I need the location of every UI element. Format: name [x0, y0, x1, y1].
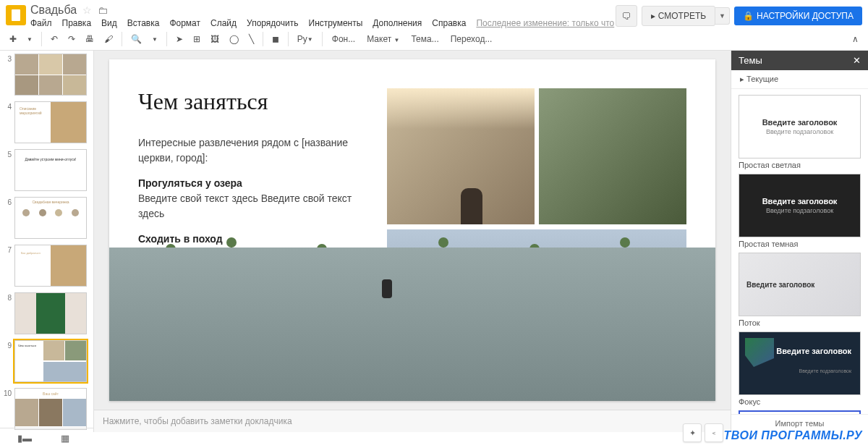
slide-image-3[interactable]: [387, 229, 686, 371]
thumb-number: 10: [3, 388, 12, 397]
theme-button[interactable]: Тема...: [407, 31, 443, 47]
menu-help[interactable]: Справка: [432, 18, 466, 28]
slide-intro: Интересные развлечения рядом с [название…: [138, 135, 380, 166]
zoom-dropdown[interactable]: ▼: [148, 33, 161, 46]
transition-button[interactable]: Переход...: [446, 31, 497, 47]
themes-section-label: ▸ Текущие: [731, 70, 868, 89]
folder-icon[interactable]: 🗀: [98, 4, 108, 16]
lang-button[interactable]: Ру ▼: [294, 31, 317, 47]
textbox-tool[interactable]: ⊞: [190, 31, 204, 47]
layout-button[interactable]: Макет ▼: [362, 31, 404, 47]
redo-button[interactable]: ↷: [64, 31, 79, 47]
explore-button[interactable]: ✦: [683, 423, 702, 442]
new-slide-dropdown[interactable]: ▼: [23, 33, 36, 46]
watermark: ТВОИ ПРОГРАММЫ.РУ: [724, 429, 863, 442]
themes-panel: Темы ✕ ▸ Текущие Введите заголовокВведит…: [731, 51, 868, 432]
slide-image-1[interactable]: [387, 88, 535, 224]
present-dropdown[interactable]: ▼: [715, 7, 730, 25]
menu-insert[interactable]: Вставка: [127, 18, 160, 28]
slide-image-2[interactable]: [539, 88, 686, 224]
slide-thumb-3[interactable]: [14, 54, 87, 96]
section-1-text: Введите свой текст здесь Введите свой те…: [138, 193, 352, 219]
thumb-number: 8: [3, 292, 12, 302]
document-title[interactable]: Свадьба: [30, 4, 77, 17]
toolbar-overflow[interactable]: ∧: [848, 31, 862, 47]
theme-simple-dark[interactable]: Введите заголовокВведите подзаголовок Пр…: [739, 174, 861, 248]
slide-thumb-7[interactable]: Как добраться: [14, 245, 87, 287]
filmstrip[interactable]: 3 4Описание мероприятий 5Давайте устроим…: [0, 51, 94, 432]
theme-flow[interactable]: Введите заголовок Поток: [739, 253, 861, 327]
last-edit-link[interactable]: Последнее изменение: только что: [476, 18, 614, 28]
header-bar: Свадьба ☆ 🗀 Файл Правка Вид Вставка Форм…: [0, 0, 868, 28]
share-button[interactable]: 🔒 НАСТРОЙКИ ДОСТУПА: [734, 7, 862, 25]
slide-canvas[interactable]: Чем заняться Интересные развлечения рядо…: [109, 59, 715, 401]
zoom-button[interactable]: 🔍: [127, 31, 145, 47]
image-tool[interactable]: 🖼: [207, 31, 223, 47]
slides-logo-icon[interactable]: [6, 5, 26, 25]
speaker-notes[interactable]: Нажмите, чтобы добавить заметки докладчи…: [94, 410, 731, 432]
menu-bar: Файл Правка Вид Вставка Формат Слайд Упо…: [30, 18, 616, 28]
close-icon[interactable]: ✕: [853, 55, 861, 66]
slide-thumb-5[interactable]: Давайте устроим мини-отпуск!: [14, 149, 87, 191]
thumb-number: 4: [3, 101, 12, 111]
thumb-number: 3: [3, 54, 12, 63]
line-tool[interactable]: ╲: [245, 31, 258, 47]
canvas: Чем заняться Интересные развлечения рядо…: [94, 51, 731, 432]
menu-arrange[interactable]: Упорядочить: [247, 18, 298, 28]
theme-simple-light[interactable]: Введите заголовокВведите подзаголовок Пр…: [739, 95, 861, 169]
slide-thumb-10[interactable]: Ваш сайт: [14, 388, 87, 430]
new-slide-button[interactable]: ✚: [6, 31, 20, 47]
expand-button[interactable]: <: [705, 423, 723, 442]
thumb-number: 9: [3, 340, 12, 350]
toolbar: ✚ ▼ ↶ ↷ 🖶 🖌 🔍 ▼ ➤ ⊞ 🖼 ◯ ╲ ◼ Ру ▼ Фон... …: [0, 28, 868, 51]
paint-format-button[interactable]: 🖌: [101, 31, 116, 47]
section-1-heading: Прогуляться у озера: [138, 177, 242, 189]
shape-tool[interactable]: ◯: [226, 31, 242, 47]
print-button[interactable]: 🖶: [82, 31, 98, 47]
slide-thumb-4[interactable]: Описание мероприятий: [14, 101, 87, 143]
view-mode-bar: ▮▬ ▦: [0, 428, 94, 448]
menu-edit[interactable]: Правка: [62, 18, 92, 28]
grid-view-icon[interactable]: ▦: [61, 433, 69, 444]
present-button[interactable]: ▸ СМОТРЕТЬ: [642, 6, 715, 26]
thumb-number: 5: [3, 149, 12, 159]
undo-button[interactable]: ↶: [47, 31, 61, 47]
menu-slide[interactable]: Слайд: [210, 18, 237, 28]
select-tool[interactable]: ➤: [172, 31, 187, 47]
menu-file[interactable]: Файл: [30, 18, 52, 28]
themes-title: Темы: [739, 55, 762, 66]
menu-tools[interactable]: Инструменты: [309, 18, 363, 28]
main-area: 3 4Описание мероприятий 5Давайте устроим…: [0, 51, 868, 432]
slide-thumb-8[interactable]: [14, 292, 87, 334]
comments-button[interactable]: 🗨: [616, 5, 637, 27]
slide-thumb-6[interactable]: Свадебная вечеринка: [14, 197, 87, 239]
slide-title[interactable]: Чем заняться: [138, 88, 380, 115]
menu-addons[interactable]: Дополнения: [373, 18, 422, 28]
title-area: Свадьба ☆ 🗀 Файл Правка Вид Вставка Форм…: [30, 4, 616, 28]
comment-tool[interactable]: ◼: [268, 31, 283, 47]
menu-format[interactable]: Формат: [169, 18, 200, 28]
background-button[interactable]: Фон...: [328, 31, 359, 47]
menu-view[interactable]: Вид: [101, 18, 117, 28]
thumb-number: 6: [3, 197, 12, 206]
star-icon[interactable]: ☆: [82, 4, 92, 16]
slide-thumb-9[interactable]: Чем заняться: [14, 340, 87, 382]
filmstrip-view-icon[interactable]: ▮▬: [17, 433, 32, 444]
theme-focus[interactable]: Введите заголовокВведите подзаголовок Фо…: [739, 331, 861, 406]
section-2-heading: Сходить в поход: [138, 233, 223, 245]
thumb-number: 7: [3, 245, 12, 254]
